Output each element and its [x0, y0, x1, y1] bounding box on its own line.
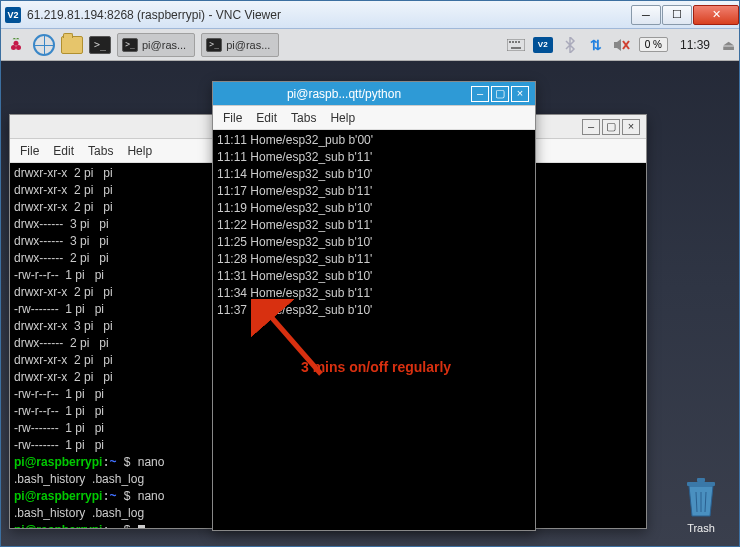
menu-file[interactable]: File [223, 111, 242, 125]
network-icon[interactable]: ⇅ [587, 36, 605, 54]
menu-help[interactable]: Help [127, 144, 152, 158]
close-button[interactable]: ✕ [693, 5, 739, 25]
svg-point-1 [16, 45, 21, 50]
svg-rect-4 [509, 41, 511, 43]
menu-help[interactable]: Help [330, 111, 355, 125]
taskbar-item-terminal-1[interactable]: >_ pi@ras... [117, 33, 195, 57]
trash-label: Trash [681, 522, 721, 534]
terminal-title-text: pi@raspb...qtt/python [287, 87, 401, 101]
vnc-titlebar[interactable]: V2 61.219.81.194:8268 (raspberrypi) - VN… [1, 1, 739, 29]
vnc-viewer-window: V2 61.219.81.194:8268 (raspberrypi) - VN… [0, 0, 740, 547]
menu-edit[interactable]: Edit [53, 144, 74, 158]
maximize-button[interactable]: ▢ [491, 86, 509, 102]
minimize-button[interactable]: – [582, 119, 600, 135]
svg-rect-6 [515, 41, 517, 43]
minimize-button[interactable]: – [471, 86, 489, 102]
svg-rect-13 [697, 478, 705, 482]
menu-tabs[interactable]: Tabs [291, 111, 316, 125]
svg-rect-7 [518, 41, 520, 43]
menu-edit[interactable]: Edit [256, 111, 277, 125]
close-button[interactable]: × [511, 86, 529, 102]
browser-icon[interactable] [33, 34, 55, 56]
trash-desktop-icon[interactable]: Trash [681, 476, 721, 534]
terminal-titlebar[interactable]: pi@raspb...qtt/python – ▢ × [213, 82, 535, 106]
keyboard-icon[interactable] [507, 36, 525, 54]
taskbar-item-label: pi@ras... [142, 39, 186, 51]
svg-point-0 [11, 45, 16, 50]
terminal-menubar: File Edit Tabs Help [213, 106, 535, 130]
svg-rect-3 [507, 39, 525, 51]
vnc-app-icon: V2 [5, 7, 21, 23]
terminal-launcher-icon[interactable]: >_ [89, 36, 111, 54]
terminal-task-icon: >_ [122, 38, 138, 52]
eject-icon[interactable]: ⏏ [722, 37, 735, 53]
trash-icon [681, 476, 721, 520]
bluetooth-icon[interactable] [561, 36, 579, 54]
remote-desktop: >_ >_ pi@ras... >_ pi@ras... V2 ⇅ [1, 29, 739, 546]
clock[interactable]: 11:39 [676, 38, 714, 52]
svg-rect-8 [511, 47, 521, 49]
volume-muted-icon[interactable] [613, 36, 631, 54]
maximize-button[interactable]: ☐ [662, 5, 692, 25]
svg-rect-12 [687, 482, 715, 486]
menu-tabs[interactable]: Tabs [88, 144, 113, 158]
terminal-task-icon: >_ [206, 38, 222, 52]
taskbar-item-label: pi@ras... [226, 39, 270, 51]
maximize-button[interactable]: ▢ [602, 119, 620, 135]
minimize-button[interactable]: ─ [631, 5, 661, 25]
close-button[interactable]: × [622, 119, 640, 135]
vnc-window-title: 61.219.81.194:8268 (raspberrypi) - VNC V… [27, 8, 630, 22]
foreground-terminal-window[interactable]: pi@raspb...qtt/python – ▢ × File Edit Ta… [212, 81, 536, 531]
taskbar: >_ >_ pi@ras... >_ pi@ras... V2 ⇅ [1, 29, 739, 61]
svg-point-2 [14, 40, 19, 45]
cpu-usage-badge[interactable]: 0 % [639, 37, 668, 52]
terminal-output[interactable]: 11:11 Home/esp32_pub b'00' 11:11 Home/es… [213, 130, 535, 530]
menu-raspberry-icon[interactable] [5, 34, 27, 56]
svg-rect-5 [512, 41, 514, 43]
file-manager-icon[interactable] [61, 36, 83, 54]
cursor [138, 525, 145, 528]
menu-file[interactable]: File [20, 144, 39, 158]
taskbar-item-terminal-2[interactable]: >_ pi@ras... [201, 33, 279, 57]
vnc-tray-icon[interactable]: V2 [533, 37, 553, 53]
